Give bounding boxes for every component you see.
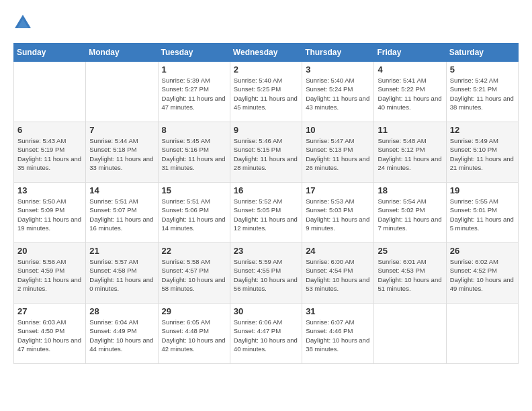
day-number: 31 <box>306 306 370 316</box>
calendar-cell: 20Sunrise: 5:56 AMSunset: 4:59 PMDayligh… <box>14 243 86 304</box>
day-info: Sunrise: 5:54 AMSunset: 5:02 PMDaylight:… <box>378 197 442 232</box>
day-info: Sunrise: 6:03 AMSunset: 4:50 PMDaylight:… <box>17 318 82 353</box>
day-number: 24 <box>306 246 370 256</box>
day-info: Sunrise: 5:48 AMSunset: 5:12 PMDaylight:… <box>378 136 442 172</box>
calendar-cell <box>86 62 158 122</box>
day-info: Sunrise: 6:05 AMSunset: 4:48 PMDaylight:… <box>162 318 226 353</box>
calendar-cell: 3Sunrise: 5:40 AMSunset: 5:24 PMDaylight… <box>302 62 374 122</box>
day-info: Sunrise: 5:50 AMSunset: 5:09 PMDaylight:… <box>17 197 82 232</box>
calendar-cell <box>14 62 86 122</box>
weekday-header: Sunday <box>14 44 86 62</box>
day-number: 29 <box>162 306 226 316</box>
day-info: Sunrise: 6:02 AMSunset: 4:52 PMDaylight:… <box>450 257 515 293</box>
calendar-cell: 19Sunrise: 5:55 AMSunset: 5:01 PMDayligh… <box>446 183 518 243</box>
calendar-cell: 25Sunrise: 6:01 AMSunset: 4:53 PMDayligh… <box>374 243 446 304</box>
day-info: Sunrise: 5:56 AMSunset: 4:59 PMDaylight:… <box>17 257 82 293</box>
day-number: 25 <box>378 246 442 256</box>
day-info: Sunrise: 6:01 AMSunset: 4:53 PMDaylight:… <box>378 257 442 293</box>
calendar-cell: 10Sunrise: 5:47 AMSunset: 5:13 PMDayligh… <box>302 122 374 183</box>
calendar-cell: 6Sunrise: 5:43 AMSunset: 5:19 PMDaylight… <box>14 122 86 183</box>
logo-icon <box>13 13 32 32</box>
day-info: Sunrise: 5:39 AMSunset: 5:27 PMDaylight:… <box>162 76 226 111</box>
calendar-cell <box>446 304 518 364</box>
day-info: Sunrise: 6:06 AMSunset: 4:47 PMDaylight:… <box>234 318 298 353</box>
calendar-cell: 11Sunrise: 5:48 AMSunset: 5:12 PMDayligh… <box>374 122 446 183</box>
day-number: 28 <box>89 306 154 316</box>
calendar-cell: 15Sunrise: 5:51 AMSunset: 5:06 PMDayligh… <box>158 183 230 243</box>
day-info: Sunrise: 5:47 AMSunset: 5:13 PMDaylight:… <box>306 136 370 172</box>
day-number: 27 <box>17 306 82 316</box>
day-info: Sunrise: 5:57 AMSunset: 4:58 PMDaylight:… <box>89 257 154 293</box>
day-number: 5 <box>450 64 515 75</box>
day-number: 10 <box>306 125 370 135</box>
day-number: 23 <box>234 246 298 256</box>
day-info: Sunrise: 5:40 AMSunset: 5:24 PMDaylight:… <box>306 76 370 111</box>
day-info: Sunrise: 5:52 AMSunset: 5:05 PMDaylight:… <box>234 197 298 232</box>
calendar-table: SundayMondayTuesdayWednesdayThursdayFrid… <box>13 43 519 364</box>
day-info: Sunrise: 5:46 AMSunset: 5:15 PMDaylight:… <box>234 136 298 172</box>
day-info: Sunrise: 6:00 AMSunset: 4:54 PMDaylight:… <box>306 257 370 293</box>
day-info: Sunrise: 5:40 AMSunset: 5:25 PMDaylight:… <box>234 76 298 111</box>
calendar-cell: 17Sunrise: 5:53 AMSunset: 5:03 PMDayligh… <box>302 183 374 243</box>
day-info: Sunrise: 5:42 AMSunset: 5:21 PMDaylight:… <box>450 76 515 111</box>
day-number: 15 <box>162 185 226 195</box>
day-info: Sunrise: 5:55 AMSunset: 5:01 PMDaylight:… <box>450 197 515 232</box>
calendar-week-row: 6Sunrise: 5:43 AMSunset: 5:19 PMDaylight… <box>14 122 519 183</box>
calendar-cell: 21Sunrise: 5:57 AMSunset: 4:58 PMDayligh… <box>86 243 158 304</box>
calendar-header: SundayMondayTuesdayWednesdayThursdayFrid… <box>14 44 519 62</box>
day-number: 18 <box>378 185 442 195</box>
calendar-cell: 18Sunrise: 5:54 AMSunset: 5:02 PMDayligh… <box>374 183 446 243</box>
calendar-cell: 13Sunrise: 5:50 AMSunset: 5:09 PMDayligh… <box>14 183 86 243</box>
day-number: 3 <box>306 64 370 75</box>
day-info: Sunrise: 5:58 AMSunset: 4:57 PMDaylight:… <box>162 257 226 293</box>
weekday-header: Saturday <box>446 44 518 62</box>
calendar-week-row: 27Sunrise: 6:03 AMSunset: 4:50 PMDayligh… <box>14 304 519 364</box>
calendar-cell: 27Sunrise: 6:03 AMSunset: 4:50 PMDayligh… <box>14 304 86 364</box>
calendar-cell: 26Sunrise: 6:02 AMSunset: 4:52 PMDayligh… <box>446 243 518 304</box>
calendar-cell: 2Sunrise: 5:40 AMSunset: 5:25 PMDaylight… <box>230 62 302 122</box>
calendar-cell: 29Sunrise: 6:05 AMSunset: 4:48 PMDayligh… <box>158 304 230 364</box>
calendar-cell: 24Sunrise: 6:00 AMSunset: 4:54 PMDayligh… <box>302 243 374 304</box>
calendar-body: 1Sunrise: 5:39 AMSunset: 5:27 PMDaylight… <box>14 62 519 364</box>
day-info: Sunrise: 5:49 AMSunset: 5:10 PMDaylight:… <box>450 136 515 172</box>
day-info: Sunrise: 5:59 AMSunset: 4:55 PMDaylight:… <box>234 257 298 293</box>
day-info: Sunrise: 5:53 AMSunset: 5:03 PMDaylight:… <box>306 197 370 232</box>
weekday-header: Wednesday <box>230 44 302 62</box>
calendar-cell: 16Sunrise: 5:52 AMSunset: 5:05 PMDayligh… <box>230 183 302 243</box>
day-number: 19 <box>450 185 515 195</box>
day-info: Sunrise: 5:43 AMSunset: 5:19 PMDaylight:… <box>17 136 82 172</box>
calendar-cell <box>374 304 446 364</box>
day-number: 2 <box>234 64 298 75</box>
calendar-cell: 22Sunrise: 5:58 AMSunset: 4:57 PMDayligh… <box>158 243 230 304</box>
day-info: Sunrise: 6:04 AMSunset: 4:49 PMDaylight:… <box>89 318 154 353</box>
calendar-cell: 8Sunrise: 5:45 AMSunset: 5:16 PMDaylight… <box>158 122 230 183</box>
day-number: 11 <box>378 125 442 135</box>
calendar-cell: 28Sunrise: 6:04 AMSunset: 4:49 PMDayligh… <box>86 304 158 364</box>
day-info: Sunrise: 5:41 AMSunset: 5:22 PMDaylight:… <box>378 76 442 111</box>
weekday-header-row: SundayMondayTuesdayWednesdayThursdayFrid… <box>14 44 519 62</box>
day-number: 26 <box>450 246 515 256</box>
day-number: 9 <box>234 125 298 135</box>
day-number: 4 <box>378 64 442 75</box>
day-number: 22 <box>162 246 226 256</box>
day-number: 1 <box>162 64 226 75</box>
calendar-cell: 14Sunrise: 5:51 AMSunset: 5:07 PMDayligh… <box>86 183 158 243</box>
calendar-cell: 12Sunrise: 5:49 AMSunset: 5:10 PMDayligh… <box>446 122 518 183</box>
day-number: 6 <box>17 125 82 135</box>
day-info: Sunrise: 5:51 AMSunset: 5:06 PMDaylight:… <box>162 197 226 232</box>
day-info: Sunrise: 5:51 AMSunset: 5:07 PMDaylight:… <box>89 197 154 232</box>
calendar-cell: 30Sunrise: 6:06 AMSunset: 4:47 PMDayligh… <box>230 304 302 364</box>
day-info: Sunrise: 5:44 AMSunset: 5:18 PMDaylight:… <box>89 136 154 172</box>
day-number: 21 <box>89 246 154 256</box>
calendar-cell: 31Sunrise: 6:07 AMSunset: 4:46 PMDayligh… <box>302 304 374 364</box>
calendar-week-row: 20Sunrise: 5:56 AMSunset: 4:59 PMDayligh… <box>14 243 519 304</box>
calendar-cell: 23Sunrise: 5:59 AMSunset: 4:55 PMDayligh… <box>230 243 302 304</box>
weekday-header: Thursday <box>302 44 374 62</box>
day-number: 17 <box>306 185 370 195</box>
calendar-cell: 1Sunrise: 5:39 AMSunset: 5:27 PMDaylight… <box>158 62 230 122</box>
day-number: 20 <box>17 246 82 256</box>
calendar-week-row: 1Sunrise: 5:39 AMSunset: 5:27 PMDaylight… <box>14 62 519 122</box>
calendar-cell: 9Sunrise: 5:46 AMSunset: 5:15 PMDaylight… <box>230 122 302 183</box>
logo <box>13 13 35 32</box>
day-number: 8 <box>162 125 226 135</box>
